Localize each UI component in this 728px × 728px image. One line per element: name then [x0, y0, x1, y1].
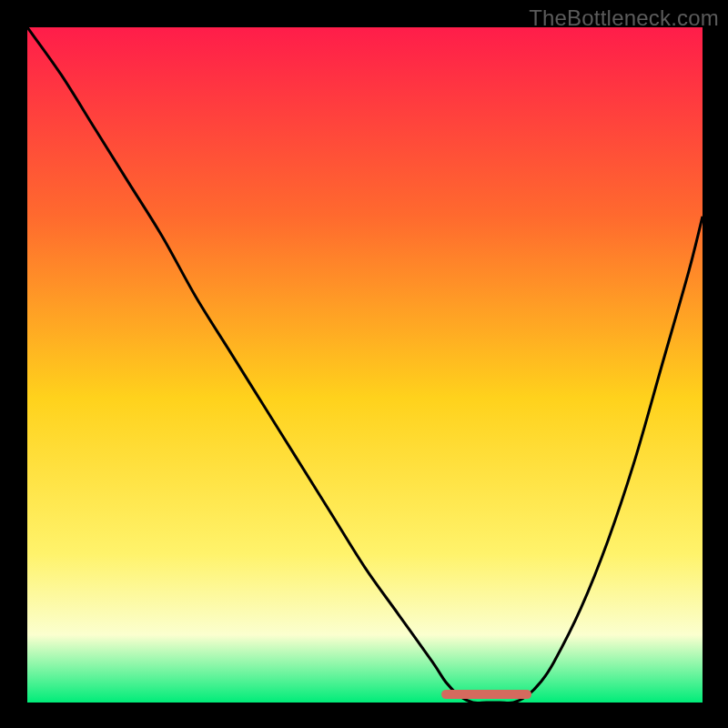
chart-stage: TheBottleneck.com	[0, 0, 728, 728]
watermark-text: TheBottleneck.com	[529, 5, 719, 31]
plot-area	[27, 27, 703, 703]
bottleneck-chart	[27, 27, 703, 703]
chart-background	[27, 27, 703, 703]
